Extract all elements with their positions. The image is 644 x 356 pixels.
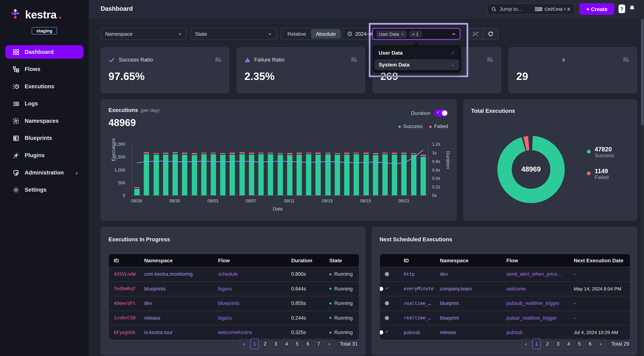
- x-tick-label: 08/26: [131, 198, 142, 203]
- namespace-link[interactable]: com.kestra.monitoring: [139, 271, 213, 277]
- trigger-id-link[interactable]: pubsub: [399, 330, 435, 335]
- legend-item-success[interactable]: Success: [398, 123, 423, 129]
- dropdown-option-user-data[interactable]: User Data✓: [374, 47, 459, 58]
- pagination-total: Total 29: [611, 341, 629, 347]
- running-dot: [330, 317, 332, 319]
- namespace-link[interactable]: io.kestra.tour: [139, 330, 213, 335]
- sidebar-item-plugins[interactable]: Plugins: [5, 148, 84, 162]
- pagination-page-6[interactable]: 6: [304, 339, 312, 349]
- state-badge: Running: [324, 300, 359, 306]
- pagination-page-3[interactable]: 3: [272, 339, 280, 349]
- dropdown-option-system-data[interactable]: System Data✓: [374, 59, 459, 70]
- flow-link[interactable]: blueprints: [213, 300, 286, 306]
- state-badge: Running: [324, 286, 359, 292]
- y-tick-label: 2,000: [114, 142, 125, 147]
- flow-link[interactable]: pubsub_realtime_trigger: [502, 300, 569, 306]
- running-dot: [330, 302, 332, 304]
- sidebar-item-executions[interactable]: Executions: [5, 80, 84, 93]
- help-icon[interactable]: ?: [618, 4, 625, 13]
- namespace-filter-select[interactable]: Namespace: [100, 28, 187, 40]
- execution-id-link[interactable]: 7edbmKqf: [109, 286, 139, 292]
- selected-chip-user-data[interactable]: User Data ×: [376, 30, 406, 37]
- search-shortcut: ⌨ Ctrl/Cmd + K: [535, 6, 570, 12]
- flow-link[interactable]: schedule: [213, 271, 286, 277]
- flow-link[interactable]: pubsub: [502, 330, 569, 335]
- explore-icon: [486, 56, 493, 63]
- execution-id-link[interactable]: 4X5VLnAW: [109, 272, 139, 277]
- legend-dot: [429, 126, 432, 128]
- namespace-link[interactable]: blueprints: [139, 286, 213, 292]
- sidebar-item-blueprints[interactable]: Blueprints: [5, 131, 84, 145]
- namespace-link[interactable]: company.team: [435, 286, 502, 292]
- notifications-bell-icon[interactable]: [629, 4, 635, 12]
- pagination-page-2[interactable]: 2: [261, 339, 270, 349]
- scrollbar[interactable]: [641, 0, 644, 356]
- auto-refresh-off-icon[interactable]: [468, 28, 483, 39]
- relative-tab[interactable]: Relative: [282, 31, 311, 37]
- sidebar-item-dashboard[interactable]: Dashboard: [5, 45, 84, 59]
- namespace-link[interactable]: dev: [139, 300, 213, 306]
- flow-link[interactable]: pulsar_realtime_trigger: [502, 315, 569, 321]
- chevron-right-icon: ›: [76, 169, 78, 176]
- execution-id-link[interactable]: 6FyeghDk: [109, 330, 139, 335]
- pagination-page-6[interactable]: 6: [586, 339, 594, 349]
- pagination-prev[interactable]: ‹: [522, 339, 530, 349]
- sidebar-item-logs[interactable]: Logs: [5, 97, 84, 110]
- namespace-link[interactable]: dev: [435, 271, 502, 277]
- duration-toggle[interactable]: ✓: [434, 110, 448, 117]
- absolute-tab[interactable]: Absolute: [311, 29, 341, 39]
- pagination-page-1[interactable]: 1: [250, 339, 259, 349]
- flow-link[interactable]: loguru: [213, 315, 286, 321]
- next-execution-date: -: [569, 316, 630, 321]
- logo-text: kestra: [25, 8, 56, 21]
- table-row: 7edbmKqfblueprintsloguru0.644sRunning: [109, 281, 359, 296]
- data-type-select[interactable]: User Data × + 1: [372, 28, 460, 40]
- namespace-link[interactable]: release: [139, 315, 213, 321]
- trigger-id-link[interactable]: realtime_…: [399, 301, 435, 306]
- pagination-page-3[interactable]: 3: [554, 339, 562, 349]
- pagination-page-4[interactable]: 4: [564, 339, 573, 349]
- namespace-link[interactable]: blueprint: [435, 315, 502, 321]
- state-badge: Running: [324, 330, 359, 335]
- namespace-link[interactable]: release: [435, 330, 502, 335]
- trigger-id-link[interactable]: everyMinute: [399, 286, 435, 292]
- pagination-page-1[interactable]: 1: [532, 339, 541, 349]
- execution-id-link[interactable]: 1zobvCSB: [109, 315, 139, 321]
- table-row: ✓everyMinutecompany.teamwelcomeMay 14, 2…: [380, 281, 630, 296]
- pagination-page-5[interactable]: 5: [293, 339, 302, 349]
- trigger-toggle-cell: [380, 300, 399, 306]
- scrollbar-thumb[interactable]: [641, 19, 644, 126]
- pagination-next[interactable]: ›: [325, 339, 334, 349]
- sidebar-item-settings[interactable]: Settings: [5, 183, 84, 197]
- search-input[interactable]: Jump to... ⌨ Ctrl/Cmd + K: [487, 3, 575, 15]
- namespace-link[interactable]: blueprint: [435, 300, 502, 306]
- flow-link[interactable]: send_alert_when_price…: [502, 271, 569, 277]
- pagination-next[interactable]: ›: [596, 339, 605, 349]
- legend-item-failed[interactable]: Failed: [429, 123, 448, 129]
- sidebar-item-flows[interactable]: Flows: [5, 62, 84, 76]
- pagination-page-4[interactable]: 4: [282, 339, 291, 349]
- sidebar-item-namespaces[interactable]: Namespaces: [5, 114, 84, 128]
- flow-link[interactable]: welcome: [502, 286, 569, 292]
- next-execution-date: -: [569, 301, 630, 306]
- trigger-id-link[interactable]: realtime_…: [399, 315, 435, 321]
- y-tick-label: 1,000: [114, 167, 125, 172]
- refresh-icon[interactable]: [483, 28, 498, 39]
- chip-close-icon[interactable]: ×: [401, 31, 404, 37]
- flow-link[interactable]: loguru: [213, 286, 286, 292]
- pagination-page-2[interactable]: 2: [543, 339, 552, 349]
- sidebar-item-administration[interactable]: Administration›: [5, 166, 84, 179]
- pagination-prev[interactable]: ‹: [240, 339, 248, 349]
- kestra-logo[interactable]: kestra.: [0, 0, 89, 21]
- create-button[interactable]: + Create: [580, 3, 614, 15]
- trigger-toggle-cell: ✓: [380, 286, 399, 292]
- y-tick-label: 1,500: [114, 154, 125, 159]
- column-header: Namespace: [139, 258, 213, 263]
- state-filter-select[interactable]: State: [190, 28, 277, 40]
- check-icon: [108, 57, 115, 63]
- flow-link[interactable]: welcomeKestra: [213, 330, 286, 335]
- trigger-id-link[interactable]: http: [399, 272, 435, 277]
- execution-id-link[interactable]: 40emvVFt: [109, 301, 139, 306]
- pagination-page-5[interactable]: 5: [575, 339, 584, 349]
- pagination-page-7[interactable]: 7: [314, 339, 323, 349]
